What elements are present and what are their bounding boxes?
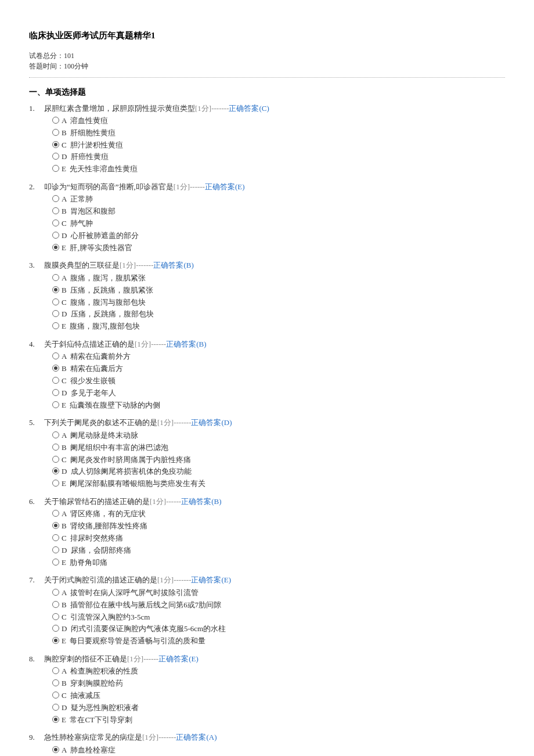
question-stem-line: 急性肺栓塞病症常见的病症是[1分]-------正确答案(A) <box>44 732 505 743</box>
option-text: 精索在疝囊前外方 <box>70 352 131 361</box>
option-radio[interactable] <box>52 298 59 305</box>
option-radio[interactable] <box>52 389 59 396</box>
option-item: D 尿痛，会阴部疼痛 <box>52 545 505 557</box>
question-body: 胸腔穿刺的指征不正确是[1分]------正确答案(E)A 检查胸腔积液的性质B… <box>44 653 505 726</box>
option-radio[interactable] <box>52 401 59 408</box>
question-dash: ------ <box>190 182 205 191</box>
option-list: A 正常肺B 胃泡区和腹部C 肺气肿D 心肝被肺遮盖的部分E 肝,脾等实质性器官 <box>44 193 505 254</box>
option-radio[interactable] <box>52 679 59 686</box>
option-radio[interactable] <box>52 522 59 529</box>
option-item: D 疑为恶性胸腔积液者 <box>52 702 505 714</box>
question-dash: ------ <box>166 497 181 506</box>
question-score: [1分] <box>157 418 174 427</box>
question-body: 关于斜疝特点描述正确的是[1分]------正确答案(B)A 精索在疝囊前外方B… <box>44 339 505 411</box>
option-radio[interactable] <box>52 480 59 487</box>
option-radio[interactable] <box>52 365 59 372</box>
option-letter: A <box>62 509 67 518</box>
answer-value: (E) <box>189 654 199 663</box>
question-body: 腹膜炎典型的三联征是[1分]-------正确答案(B)A 腹痛，腹泻，腹肌紧张… <box>44 260 505 332</box>
question-number: 2. <box>29 181 44 254</box>
option-letter: E <box>62 164 66 173</box>
option-radio[interactable] <box>52 444 59 451</box>
option-text: 肺气肿 <box>70 219 93 228</box>
option-text: 检查胸腔积液的性质 <box>70 667 138 675</box>
question-score: [1分] <box>174 182 190 191</box>
option-letter: B <box>62 128 67 137</box>
option-letter: A <box>62 273 67 282</box>
option-list: A 精索在疝囊前外方B 精索在疝囊后方C 很少发生嵌顿D 多见于老年人E 疝囊颈… <box>44 351 505 411</box>
option-radio[interactable] <box>52 467 59 474</box>
option-radio[interactable] <box>52 377 59 384</box>
option-letter: B <box>62 364 67 373</box>
option-radio[interactable] <box>52 589 59 596</box>
option-radio[interactable] <box>52 286 59 293</box>
option-radio[interactable] <box>52 153 59 160</box>
option-letter: B <box>62 207 67 215</box>
option-item: B 肾绞痛,腰部阵发性疼痛 <box>52 520 505 532</box>
question-stem-line: 下列关于阑尾炎的叙述不正确的是[1分]-------正确答案(D) <box>44 417 505 429</box>
option-radio[interactable] <box>52 746 59 753</box>
option-radio[interactable] <box>52 601 59 608</box>
question-body: 急性肺栓塞病症常见的病症是[1分]-------正确答案(A)A 肺血栓栓塞症B… <box>44 732 505 756</box>
option-letter: B <box>62 443 67 452</box>
option-letter: E <box>62 715 66 724</box>
option-radio[interactable] <box>52 352 59 359</box>
answer-prefix: 正确答案 <box>229 104 259 113</box>
question-answer: 正确答案(B) <box>153 261 193 269</box>
question-score: [1分] <box>142 733 158 741</box>
option-radio[interactable] <box>52 232 59 239</box>
option-radio[interactable] <box>52 310 59 317</box>
option-radio[interactable] <box>52 625 59 632</box>
question-item: 7.关于闭式胸腔引流的描述正确的是[1分]-------正确答案(E)A 拔管时… <box>29 574 505 647</box>
question-answer: 正确答案(B) <box>166 340 206 348</box>
option-letter: A <box>62 352 67 361</box>
option-text: 拔管时在病人深呼气屏气时拔除引流管 <box>70 588 199 597</box>
option-radio[interactable] <box>52 244 59 251</box>
option-letter: C <box>62 534 67 542</box>
option-radio[interactable] <box>52 510 59 517</box>
question-stem: 关于闭式胸腔引流的描述正确的是 <box>44 575 157 584</box>
question-number: 5. <box>29 417 44 489</box>
question-answer: 正确答案(E) <box>205 182 245 191</box>
option-text: 腹痛，腹泻，腹肌紧张 <box>70 273 146 282</box>
option-radio[interactable] <box>52 534 59 541</box>
option-radio[interactable] <box>52 117 59 124</box>
option-radio[interactable] <box>52 613 59 620</box>
option-text: 腹痛，腹泻与腹部包块 <box>70 298 146 307</box>
option-radio[interactable] <box>52 716 59 723</box>
option-radio[interactable] <box>52 322 59 329</box>
question-stem: 尿胆红素含量增加，尿胆原阴性提示黄疸类型 <box>44 104 195 113</box>
option-radio[interactable] <box>52 129 59 136</box>
answer-prefix: 正确答案 <box>205 182 235 191</box>
question-item: 2.叩诊为“短而弱的高音”推断,叩诊器官是[1分]------正确答案(E)A … <box>29 181 505 254</box>
option-radio[interactable] <box>52 195 59 202</box>
option-radio[interactable] <box>52 667 59 674</box>
option-item: A 检查胸腔积液的性质 <box>52 665 505 678</box>
option-letter: A <box>62 431 67 440</box>
option-radio[interactable] <box>52 637 59 644</box>
option-item: A 腹痛，腹泻，腹肌紧张 <box>52 272 505 285</box>
option-radio[interactable] <box>52 165 59 172</box>
option-radio[interactable] <box>52 274 59 281</box>
option-radio[interactable] <box>52 207 59 214</box>
option-radio[interactable] <box>52 141 59 148</box>
time-value: 100分钟 <box>64 62 88 70</box>
question-answer: 正确答案(E) <box>158 654 199 663</box>
option-text: 疝囊颈在腹壁下动脉的内侧 <box>70 401 160 409</box>
option-text: 排尿时突然疼痛 <box>70 534 123 542</box>
option-radio[interactable] <box>52 219 59 226</box>
option-radio[interactable] <box>52 456 59 463</box>
option-text: 阑尾炎发作时脐周痛属于内脏性疼痛 <box>70 455 191 464</box>
option-radio[interactable] <box>52 704 59 711</box>
page-title: 临床执业医师考试历年真题精华1 <box>29 29 505 42</box>
option-letter: C <box>62 613 67 621</box>
option-letter: B <box>62 286 67 294</box>
option-letter: A <box>62 195 67 203</box>
question-stem: 关于斜疝特点描述正确的是 <box>44 340 135 348</box>
option-radio[interactable] <box>52 431 59 438</box>
option-letter: B <box>62 521 67 530</box>
option-radio[interactable] <box>52 546 59 553</box>
option-radio[interactable] <box>52 692 59 699</box>
option-radio[interactable] <box>52 559 59 566</box>
question-score: [1分] <box>135 340 151 348</box>
